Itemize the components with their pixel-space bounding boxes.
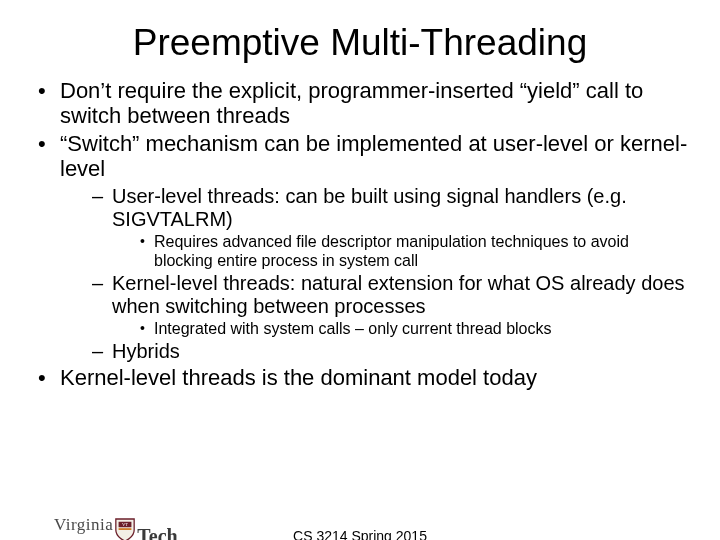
slide-content: Don’t require the explicit, programmer-i… [0,78,720,391]
slide: Preemptive Multi-Threading Don’t require… [0,22,720,540]
logo-word-tech: Tech [137,525,177,540]
sub-list: User-level threads: can be built using s… [60,185,690,363]
bullet-item: Kernel-level threads is the dominant mod… [38,365,690,390]
bullet-text: “Switch” mechanism can be implemented at… [60,131,687,181]
logo-word-virginia: Virginia [54,515,113,535]
sub-item: Kernel-level threads: natural extension … [92,272,690,338]
bullet-list: Don’t require the explicit, programmer-i… [38,78,690,391]
shield-icon: VT [114,517,136,540]
slide-footer: CS 3214 Spring 2015 Virginia VT Tech [0,510,720,540]
svg-text:VT: VT [122,522,128,527]
sub-item: Hybrids [92,340,690,363]
sub-text: User-level threads: can be built using s… [112,185,627,230]
subsub-list: Integrated with system calls – only curr… [112,320,690,338]
subsub-item: Requires advanced file descriptor manipu… [140,233,690,270]
sub-text: Kernel-level threads: natural extension … [112,272,685,317]
slide-title: Preemptive Multi-Threading [0,22,720,64]
subsub-item: Integrated with system calls – only curr… [140,320,690,338]
bullet-item: Don’t require the explicit, programmer-i… [38,78,690,129]
subsub-list: Requires advanced file descriptor manipu… [112,233,690,270]
sub-item: User-level threads: can be built using s… [92,185,690,270]
vt-logo: Virginia VT Tech [54,515,184,540]
bullet-item: “Switch” mechanism can be implemented at… [38,131,690,364]
svg-rect-1 [119,528,132,530]
